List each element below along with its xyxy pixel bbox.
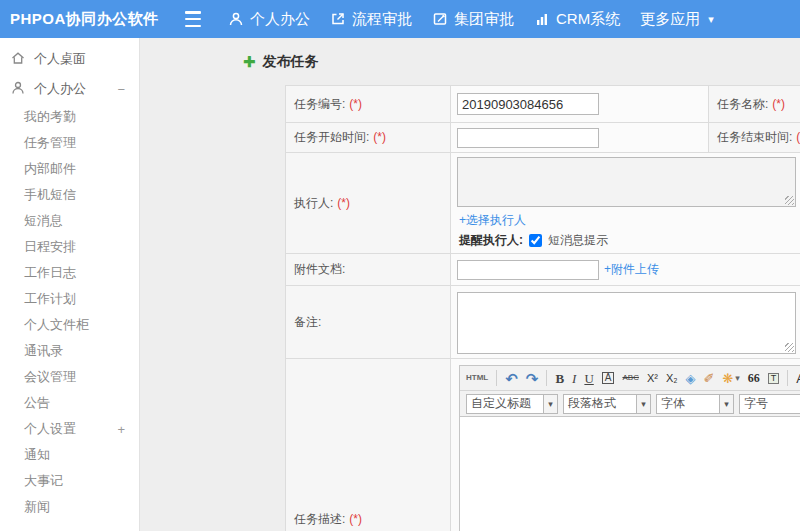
page-header: ✚ 发布任务 <box>243 53 319 71</box>
table-row: 附件文档: +附件上传 <box>286 254 800 286</box>
sidebar-item-milestones[interactable]: 大事记 <box>0 468 139 494</box>
sidebar-item-task-management[interactable]: 任务管理 <box>0 130 139 156</box>
plus-icon: ✚ <box>243 53 256 71</box>
bold-button[interactable]: B <box>555 372 564 385</box>
nav-group-approval[interactable]: 集团审批 <box>432 10 514 29</box>
sidebar: 个人桌面 个人办公 − 我的考勤 任务管理 内部邮件 手机短信 短消息 日程安排… <box>0 38 140 531</box>
required-marker: (*) <box>349 512 362 526</box>
sidebar-item-announcement[interactable]: 公告 <box>0 390 139 416</box>
bar-chart-icon <box>534 11 550 27</box>
executor-textarea[interactable] <box>457 157 796 207</box>
format-brush-icon[interactable]: ✐ <box>704 372 715 385</box>
table-row: 备注: <box>286 286 800 359</box>
description-label-cell: 任务描述:(*) <box>286 359 451 531</box>
sidebar-item-personal-files[interactable]: 个人文件柜 <box>0 312 139 338</box>
topbar: PHPOA协同办公软件 个人办公 流程审批 <box>0 0 800 38</box>
nav-personal-office[interactable]: 个人办公 <box>228 10 310 29</box>
auto-typeset-icon[interactable]: ❋▾ <box>722 372 739 385</box>
sidebar-item-notice[interactable]: 通知 <box>0 442 139 468</box>
eraser-icon[interactable]: ◈ <box>686 372 696 385</box>
superscript-button[interactable]: X² <box>647 373 658 384</box>
font-family-select[interactable]: 字体 ▾ <box>656 394 734 414</box>
table-row: 任务描述:(*) HTML ↶ ↷ B I U A ABC <box>286 359 800 531</box>
sidebar-item-internal-mail[interactable]: 内部邮件 <box>0 156 139 182</box>
editor-toolbar-row2: 自定义标题 ▾ 段落格式 ▾ 字体 ▾ 字号 ▾ <box>460 391 800 417</box>
remind-executor-label: 提醒执行人: <box>459 232 523 249</box>
italic-button[interactable]: I <box>572 372 576 385</box>
sidebar-item-my-attendance[interactable]: 我的考勤 <box>0 104 139 130</box>
sidebar-item-news[interactable]: 新闻 <box>0 494 139 520</box>
nav-more-apps[interactable]: 更多应用 ▾ <box>640 10 714 29</box>
blockquote-button[interactable]: 66 <box>748 372 760 384</box>
sidebar-item-work-log[interactable]: 工作日志 <box>0 260 139 286</box>
user-icon <box>228 11 244 27</box>
publish-task-form: 任务编号:(*) 任务名称:(*) 任务开始时间:(*) 任务结束时间:(*) <box>285 85 800 531</box>
start-time-input[interactable] <box>457 128 599 148</box>
attachment-upload-link[interactable]: +附件上传 <box>604 261 659 278</box>
nav-workflow-approval[interactable]: 流程审批 <box>330 10 412 29</box>
required-marker: (*) <box>796 130 800 144</box>
edit-approval-icon <box>432 11 448 27</box>
sidebar-item-contacts[interactable]: 通讯录 <box>0 338 139 364</box>
required-marker: (*) <box>349 97 362 111</box>
remind-executor-row: 提醒执行人: 短消息提示 <box>459 232 800 249</box>
required-marker: (*) <box>772 97 785 111</box>
main-content: ✚ 发布任务 任务编号:(*) 任务名称:(*) 任务开始时间:(*) <box>140 38 800 531</box>
home-icon <box>10 50 26 69</box>
sidebar-item-personal-settings[interactable]: 个人设置 + <box>0 416 139 442</box>
caret-down-icon: ▾ <box>735 374 740 383</box>
table-row: 任务开始时间:(*) 任务结束时间:(*) <box>286 123 800 153</box>
table-row: 任务编号:(*) 任务名称:(*) <box>286 86 800 123</box>
attachment-input[interactable] <box>457 260 599 280</box>
app-logo: PHPOA协同办公软件 <box>0 10 182 29</box>
sidebar-item-schedule[interactable]: 日程安排 <box>0 234 139 260</box>
start-time-label-cell: 任务开始时间:(*) <box>286 123 451 153</box>
executor-label-cell: 执行人:(*) <box>286 153 451 254</box>
redo-icon[interactable]: ↷ <box>526 371 539 386</box>
choose-executor-link[interactable]: +选择执行人 <box>459 212 800 229</box>
html-source-button[interactable]: HTML <box>466 374 488 382</box>
task-no-label-cell: 任务编号:(*) <box>286 86 451 123</box>
underline-button[interactable]: U <box>584 372 593 385</box>
hamburger-menu-icon[interactable] <box>182 11 204 27</box>
paste-as-text-icon[interactable]: T <box>768 373 780 384</box>
remark-textarea[interactable] <box>457 292 796 354</box>
sidebar-item-meeting-management[interactable]: 会议管理 <box>0 364 139 390</box>
sidebar-item-short-message[interactable]: 短消息 <box>0 208 139 234</box>
top-navigation: 个人办公 流程审批 集团审批 CRM系统 <box>228 10 714 29</box>
caret-down-icon: ▾ <box>708 13 714 26</box>
expand-plus-icon[interactable]: + <box>117 422 125 437</box>
editor-toolbar-row1: HTML ↶ ↷ B I U A ABC X² X₂ ◈ ✐ <box>460 366 800 391</box>
sidebar-item-work-plan[interactable]: 工作计划 <box>0 286 139 312</box>
nav-crm-system[interactable]: CRM系统 <box>534 10 620 29</box>
font-size-select[interactable]: 字号 ▾ <box>739 394 800 414</box>
page-title: 发布任务 <box>263 53 319 71</box>
font-color-button[interactable]: A▾ <box>796 372 800 385</box>
text-style-button[interactable]: A <box>602 372 615 384</box>
required-marker: (*) <box>337 196 350 210</box>
resize-grip[interactable] <box>785 196 794 205</box>
sidebar-item-personal-desktop[interactable]: 个人桌面 <box>0 44 139 74</box>
strikethrough-button[interactable]: ABC <box>622 374 638 382</box>
paragraph-format-select[interactable]: 段落格式 ▾ <box>563 394 651 414</box>
remark-label-cell: 备注: <box>286 286 451 359</box>
rich-text-editor: HTML ↶ ↷ B I U A ABC X² X₂ ◈ ✐ <box>459 365 800 531</box>
editor-content-area[interactable] <box>460 417 800 531</box>
table-row: 执行人:(*) +选择执行人 提醒执行人: 短消息提示 <box>286 153 800 254</box>
task-no-input[interactable] <box>457 93 599 115</box>
caret-down-icon: ▾ <box>543 395 557 413</box>
workflow-approval-icon <box>330 11 346 27</box>
caret-down-icon: ▾ <box>636 395 650 413</box>
subscript-button[interactable]: X₂ <box>666 373 678 384</box>
sidebar-item-sms[interactable]: 手机短信 <box>0 182 139 208</box>
sidebar-item-personal-office[interactable]: 个人办公 − <box>0 74 139 104</box>
caret-down-icon: ▾ <box>719 395 733 413</box>
task-name-label-cell: 任务名称:(*) <box>709 86 800 123</box>
sms-remind-checkbox[interactable] <box>529 234 542 247</box>
undo-icon[interactable]: ↶ <box>505 371 518 386</box>
collapse-minus-icon[interactable]: − <box>117 82 125 97</box>
sms-remind-label: 短消息提示 <box>548 232 608 249</box>
custom-title-select[interactable]: 自定义标题 ▾ <box>466 394 558 414</box>
required-marker: (*) <box>373 130 386 144</box>
resize-grip[interactable] <box>785 343 794 352</box>
